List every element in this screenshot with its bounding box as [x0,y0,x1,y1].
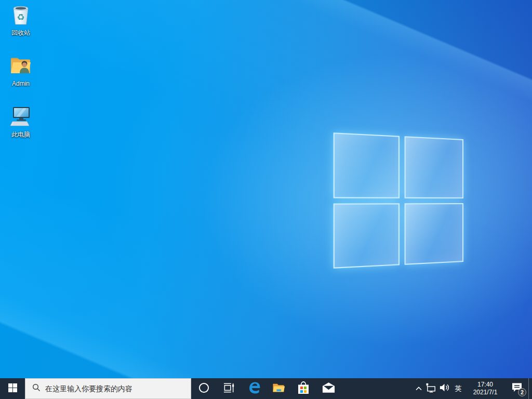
language-indicator-label: 英 [455,384,462,393]
desktop-icon-this-pc[interactable]: 此电脑 [1,104,41,138]
tray-expand-button[interactable] [413,378,424,399]
start-button[interactable] [0,378,25,399]
desktop-icon-label: Admin [12,81,30,87]
search-icon [32,383,41,394]
notification-badge: 2 [518,388,526,396]
taskbar-search[interactable] [25,378,191,399]
store-icon [297,381,310,397]
windows-logo-pane [404,136,463,198]
edge-icon [247,381,261,397]
file-explorer-icon [272,381,285,396]
edge-button[interactable] [241,378,266,399]
system-tray: 英 17:40 2021/7/1 2 [413,378,532,399]
network-ethernet-icon [425,382,437,395]
search-input[interactable] [45,384,191,393]
chevron-up-icon [415,384,422,393]
desktop-icon-admin-folder[interactable]: Admin [1,54,41,87]
network-status-button[interactable] [424,378,438,399]
store-button[interactable] [291,378,316,399]
action-center-button[interactable]: 2 [506,378,528,399]
desktop-icon-label: 回收站 [11,30,30,36]
task-view-icon [223,382,235,396]
desktop-icon-recycle-bin[interactable]: ♻ 回收站 [1,3,41,36]
windows-logo [334,132,463,269]
desktop-icon-label: 此电脑 [11,131,30,138]
volume-button[interactable] [438,378,451,399]
taskbar: 英 17:40 2021/7/1 2 [0,378,532,399]
clock-date: 2021/7/1 [473,389,498,396]
clock[interactable]: 17:40 2021/7/1 [465,378,506,399]
mail-button[interactable] [316,378,341,399]
recycle-bin-icon: ♻ [9,3,33,29]
svg-text:♻: ♻ [17,12,24,22]
windows-logo-pane [334,132,400,198]
mail-icon [322,381,336,396]
file-explorer-button[interactable] [266,378,291,399]
windows-start-icon [8,383,17,394]
this-pc-icon [9,104,33,130]
windows-logo-pane [404,203,463,265]
windows-logo-pane [334,203,400,269]
speaker-icon [439,382,451,395]
language-indicator[interactable]: 英 [451,378,465,399]
desktop: ♻ 回收站 Admin [0,0,532,399]
cortana-button[interactable] [191,378,216,399]
user-folder-icon [9,54,33,79]
wallpaper [0,0,532,378]
clock-time: 17:40 [477,381,493,389]
show-desktop-button[interactable] [528,378,532,399]
task-view-button[interactable] [216,378,241,399]
cortana-icon [198,382,209,395]
